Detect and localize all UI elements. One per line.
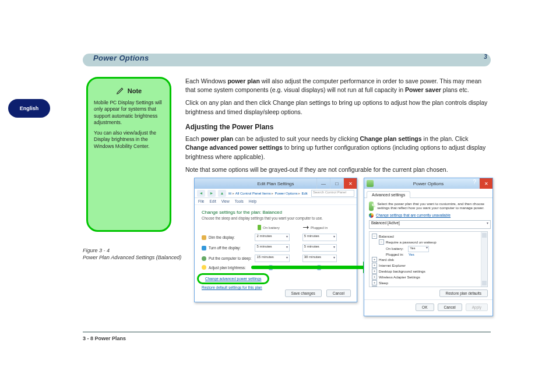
po-body: Advanced settings Select the power plan … — [364, 189, 492, 316]
screenshot-power-options: Power Options ? ✕ Advanced settings Sele… — [364, 178, 493, 316]
apply-button[interactable]: Apply — [466, 303, 488, 311]
password-battery-dropdown[interactable]: Yes — [408, 246, 429, 252]
crumb-1[interactable]: All Control Panel Items — [235, 191, 274, 195]
language-pill: English — [8, 99, 50, 118]
po-restore-row: Restore plan defaults — [369, 289, 488, 297]
tree-balanced[interactable]: Balanced — [379, 234, 394, 238]
tree-ie[interactable]: Internet Explorer — [379, 263, 406, 267]
sleep-icon — [202, 256, 206, 261]
expand-icon[interactable]: + — [372, 274, 377, 280]
eps-nav-bar: ◄ ► ▲ ⊞ All Control Panel Items Power Op… — [195, 189, 357, 198]
po-footer: OK Cancel Apply — [364, 299, 492, 316]
menu-edit[interactable]: Edit — [209, 199, 216, 203]
tree-password[interactable]: Require a password on wakeup — [386, 240, 437, 244]
expand-icon[interactable]: − — [379, 239, 384, 245]
po-close-button[interactable]: ✕ — [479, 178, 492, 189]
expand-icon[interactable]: + — [372, 269, 377, 274]
po-title: Power Options — [413, 181, 444, 186]
cancel-button[interactable]: Cancel — [326, 289, 351, 297]
menu-help[interactable]: Help — [249, 199, 256, 203]
expand-icon[interactable]: + — [372, 263, 377, 268]
po-title-bar: Power Options ? ✕ — [364, 178, 492, 189]
figure-label: Figure 3 - 4 Power Plan Advanced Setting… — [83, 248, 188, 261]
tree-password-plugged: Plugged in: Yes — [372, 252, 485, 257]
eps-subheading: Choose the sleep and display settings th… — [202, 216, 350, 220]
expand-icon[interactable]: + — [372, 257, 377, 262]
expand-icon[interactable]: − — [372, 234, 377, 239]
para-3: Each power plan can be adjusted to suit … — [185, 135, 491, 161]
col-on-battery: On battery — [258, 225, 280, 230]
sidebar-note: Note Mobile PC Display Settings will onl… — [86, 77, 171, 232]
minimize-button[interactable]: — — [316, 178, 330, 189]
up-button[interactable]: ▲ — [218, 190, 226, 197]
search-input[interactable]: Search Control Panel — [311, 190, 354, 197]
power-options-icon — [367, 180, 374, 187]
tree-usb[interactable]: USB settings — [379, 287, 400, 287]
para-note: Note that some options will be grayed-ou… — [185, 165, 491, 174]
crumb-3[interactable]: Edit Plan Settings — [301, 192, 309, 195]
po-description-row: Select the power plan that you want to c… — [364, 198, 492, 213]
tree-wireless[interactable]: Wireless Adapter Settings — [379, 275, 420, 279]
shield-icon — [369, 213, 374, 218]
menu-file[interactable]: File — [198, 199, 204, 203]
password-plugged-value[interactable]: Yes — [409, 252, 414, 256]
callout-arrow — [251, 266, 365, 269]
crumb-2[interactable]: Power Options — [275, 191, 300, 195]
display-plugged-dropdown[interactable]: 5 minutes — [302, 244, 337, 252]
subsection-title: Adjusting the Power Plans — [185, 122, 491, 132]
window-buttons: — □ ✕ — [316, 178, 357, 189]
footer-rule — [83, 331, 491, 333]
menu-bar: File Edit View Tools Help — [195, 198, 357, 205]
screenshot-edit-plan-settings: Edit Plan Settings — □ ✕ ◄ ► ▲ ⊞ All Con… — [194, 178, 357, 302]
footer-text: 3 - 8 Power Plans — [83, 336, 126, 341]
display-icon — [202, 246, 206, 250]
row-turn-off-display: Turn off the display: 5 minutes 5 minute… — [202, 244, 350, 252]
po-window-buttons: ✕ — [479, 178, 492, 189]
plan-dropdown[interactable]: Balanced [Active] — [369, 220, 491, 229]
note-title: Note — [128, 87, 142, 94]
link-advanced-settings[interactable]: Change advanced power settings — [202, 276, 265, 282]
menu-tools[interactable]: Tools — [235, 199, 244, 203]
tree-scrollbar[interactable] — [481, 232, 487, 287]
po-tabs: Advanced settings — [364, 189, 492, 198]
tree-password-battery: On battery: Yes — [372, 245, 485, 252]
note-p2: You can also view/adjust the Display bri… — [94, 130, 164, 150]
dim-battery-dropdown[interactable]: 2 minutes — [255, 234, 289, 241]
sleep-plugged-dropdown[interactable]: 30 minutes — [302, 255, 337, 262]
save-changes-button[interactable]: Save changes — [285, 289, 322, 297]
po-cancel-button[interactable]: Cancel — [438, 303, 462, 311]
plan-select-row: Balanced [Active] — [369, 220, 488, 229]
language-pill-label: English — [20, 105, 39, 111]
help-icon[interactable]: ? — [473, 179, 476, 185]
forward-button[interactable]: ► — [207, 190, 216, 197]
para-2: Click on any plan and then click Change … — [185, 98, 491, 116]
close-button[interactable]: ✕ — [343, 178, 357, 189]
plant-icon — [369, 202, 374, 211]
row-sleep: Put the computer to sleep: 15 minutes 30… — [202, 255, 350, 262]
expand-icon[interactable]: + — [372, 280, 377, 285]
tree-desktop-bg[interactable]: Desktop background settings — [379, 269, 425, 273]
link-restore-defaults[interactable]: Restore default settings for this plan — [202, 285, 262, 289]
brightness-icon — [202, 265, 206, 270]
tab-advanced-settings[interactable]: Advanced settings — [367, 191, 410, 198]
breadcrumb[interactable]: ⊞ All Control Panel Items Power Options … — [228, 191, 309, 195]
tree-sleep[interactable]: Sleep — [379, 281, 388, 285]
ok-button[interactable]: OK — [416, 303, 434, 311]
crumb-root[interactable]: ⊞ — [228, 191, 234, 195]
change-unavailable-link[interactable]: Change settings that are currently unava… — [376, 213, 451, 217]
back-button[interactable]: ◄ — [197, 190, 205, 197]
para-1: Each Windows power plan will also adjust… — [185, 77, 491, 94]
note-p1: Mobile PC Display Settings will only app… — [94, 100, 164, 126]
column-headers: On battery Plugged in — [258, 225, 350, 230]
expand-icon[interactable]: + — [372, 286, 377, 287]
menu-view[interactable]: View — [221, 199, 230, 203]
section-header-page: 3 — [484, 54, 487, 60]
sleep-battery-dropdown[interactable]: 15 minutes — [255, 255, 289, 262]
maximize-button[interactable]: □ — [330, 178, 343, 189]
tree-hard-disk[interactable]: Hard disk — [379, 257, 394, 262]
note-title-row: Note — [94, 87, 164, 95]
eps-title-bar: Edit Plan Settings — □ ✕ — [195, 178, 357, 189]
dim-plugged-dropdown[interactable]: 5 minutes — [302, 234, 337, 241]
display-battery-dropdown[interactable]: 5 minutes — [255, 244, 289, 252]
restore-defaults-button[interactable]: Restore plan defaults — [439, 289, 488, 297]
